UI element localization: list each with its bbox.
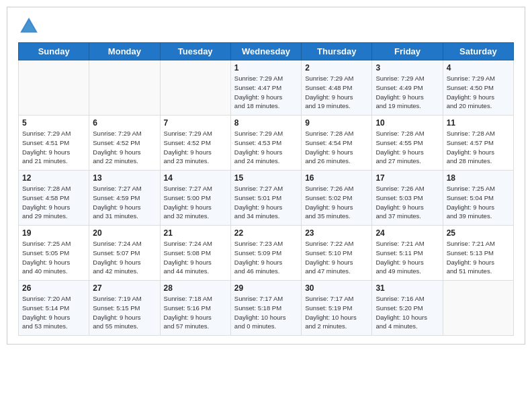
calendar-cell [160,60,230,116]
day-number: 9 [305,118,368,128]
day-info: Sunrise: 7:25 AM Sunset: 5:05 PM Dayligh… [22,239,85,276]
day-info: Sunrise: 7:17 AM Sunset: 5:19 PM Dayligh… [305,294,368,331]
day-number: 8 [234,118,298,128]
day-info: Sunrise: 7:29 AM Sunset: 4:53 PM Dayligh… [234,129,298,166]
day-info: Sunrise: 7:28 AM Sunset: 4:55 PM Dayligh… [375,129,439,166]
day-header-sunday: Sunday [19,43,89,60]
day-info: Sunrise: 7:20 AM Sunset: 5:14 PM Dayligh… [22,294,85,331]
day-info: Sunrise: 7:22 AM Sunset: 5:10 PM Dayligh… [305,239,368,276]
calendar-cell: 23Sunrise: 7:22 AM Sunset: 5:10 PM Dayli… [302,226,372,281]
days-header-row: SundayMondayTuesdayWednesdayThursdayFrid… [19,43,514,60]
calendar-cell: 21Sunrise: 7:24 AM Sunset: 5:08 PM Dayli… [160,226,230,281]
day-info: Sunrise: 7:21 AM Sunset: 5:13 PM Dayligh… [447,239,510,276]
calendar-cell: 27Sunrise: 7:19 AM Sunset: 5:15 PM Dayli… [89,281,160,336]
day-info: Sunrise: 7:26 AM Sunset: 5:02 PM Dayligh… [305,184,368,221]
day-number: 14 [164,173,227,183]
day-info: Sunrise: 7:17 AM Sunset: 5:18 PM Dayligh… [234,294,298,331]
calendar-page: SundayMondayTuesdayWednesdayThursdayFrid… [7,7,525,345]
calendar-cell: 16Sunrise: 7:26 AM Sunset: 5:02 PM Dayli… [302,171,372,226]
page-header [18,15,514,37]
day-info: Sunrise: 7:28 AM Sunset: 4:57 PM Dayligh… [447,129,510,166]
day-header-saturday: Saturday [443,43,513,60]
day-number: 28 [164,283,227,293]
calendar-cell: 28Sunrise: 7:18 AM Sunset: 5:16 PM Dayli… [160,281,230,336]
day-number: 27 [93,283,156,293]
calendar-cell: 12Sunrise: 7:28 AM Sunset: 4:58 PM Dayli… [19,171,89,226]
calendar-cell: 1Sunrise: 7:29 AM Sunset: 4:47 PM Daylig… [230,60,301,116]
day-info: Sunrise: 7:28 AM Sunset: 4:54 PM Dayligh… [305,129,368,166]
day-number: 15 [234,173,298,183]
calendar-cell: 17Sunrise: 7:26 AM Sunset: 5:03 PM Dayli… [372,171,443,226]
day-number: 7 [164,118,227,128]
day-info: Sunrise: 7:29 AM Sunset: 4:51 PM Dayligh… [22,129,85,166]
day-number: 31 [375,283,439,293]
calendar-cell: 15Sunrise: 7:27 AM Sunset: 5:01 PM Dayli… [230,171,301,226]
day-info: Sunrise: 7:24 AM Sunset: 5:08 PM Dayligh… [164,239,227,276]
day-info: Sunrise: 7:28 AM Sunset: 4:58 PM Dayligh… [22,184,85,221]
day-info: Sunrise: 7:18 AM Sunset: 5:16 PM Dayligh… [164,294,227,331]
day-header-monday: Monday [89,43,160,60]
calendar-cell: 8Sunrise: 7:29 AM Sunset: 4:53 PM Daylig… [230,116,301,171]
calendar-cell: 14Sunrise: 7:27 AM Sunset: 5:00 PM Dayli… [160,171,230,226]
day-info: Sunrise: 7:25 AM Sunset: 5:04 PM Dayligh… [447,184,510,221]
calendar-cell: 25Sunrise: 7:21 AM Sunset: 5:13 PM Dayli… [443,226,513,281]
calendar-cell: 31Sunrise: 7:16 AM Sunset: 5:20 PM Dayli… [372,281,443,336]
day-number: 11 [447,118,510,128]
day-number: 23 [305,228,368,238]
calendar-cell: 3Sunrise: 7:29 AM Sunset: 4:49 PM Daylig… [372,60,443,116]
day-number: 12 [22,173,85,183]
calendar-cell: 29Sunrise: 7:17 AM Sunset: 5:18 PM Dayli… [230,281,301,336]
calendar-cell: 5Sunrise: 7:29 AM Sunset: 4:51 PM Daylig… [19,116,89,171]
calendar-cell: 18Sunrise: 7:25 AM Sunset: 5:04 PM Dayli… [443,171,513,226]
calendar-cell: 2Sunrise: 7:29 AM Sunset: 4:48 PM Daylig… [302,60,372,116]
day-info: Sunrise: 7:29 AM Sunset: 4:52 PM Dayligh… [164,129,227,166]
calendar-cell: 19Sunrise: 7:25 AM Sunset: 5:05 PM Dayli… [19,226,89,281]
day-number: 5 [22,118,85,128]
day-number: 1 [234,63,298,73]
calendar-cell [19,60,89,116]
calendar-cell: 6Sunrise: 7:29 AM Sunset: 4:52 PM Daylig… [89,116,160,171]
day-number: 20 [93,228,156,238]
day-number: 18 [447,173,510,183]
day-info: Sunrise: 7:29 AM Sunset: 4:47 PM Dayligh… [234,74,298,111]
calendar-cell: 13Sunrise: 7:27 AM Sunset: 4:59 PM Dayli… [89,171,160,226]
day-number: 6 [93,118,156,128]
day-info: Sunrise: 7:29 AM Sunset: 4:48 PM Dayligh… [305,74,368,111]
day-header-tuesday: Tuesday [160,43,230,60]
day-info: Sunrise: 7:29 AM Sunset: 4:50 PM Dayligh… [447,74,510,111]
day-header-thursday: Thursday [302,43,372,60]
day-info: Sunrise: 7:27 AM Sunset: 5:00 PM Dayligh… [164,184,227,221]
day-number: 10 [375,118,439,128]
day-number: 30 [305,283,368,293]
day-info: Sunrise: 7:26 AM Sunset: 5:03 PM Dayligh… [375,184,439,221]
week-row-1: 1Sunrise: 7:29 AM Sunset: 4:47 PM Daylig… [19,60,514,116]
day-number: 22 [234,228,298,238]
day-number: 13 [93,173,156,183]
week-row-3: 12Sunrise: 7:28 AM Sunset: 4:58 PM Dayli… [19,171,514,226]
calendar-cell: 7Sunrise: 7:29 AM Sunset: 4:52 PM Daylig… [160,116,230,171]
day-info: Sunrise: 7:23 AM Sunset: 5:09 PM Dayligh… [234,239,298,276]
day-number: 29 [234,283,298,293]
calendar-cell: 30Sunrise: 7:17 AM Sunset: 5:19 PM Dayli… [302,281,372,336]
day-number: 3 [375,63,439,73]
day-info: Sunrise: 7:16 AM Sunset: 5:20 PM Dayligh… [375,294,439,331]
calendar-cell: 26Sunrise: 7:20 AM Sunset: 5:14 PM Dayli… [19,281,89,336]
week-row-2: 5Sunrise: 7:29 AM Sunset: 4:51 PM Daylig… [19,116,514,171]
day-info: Sunrise: 7:24 AM Sunset: 5:07 PM Dayligh… [93,239,156,276]
calendar-cell: 10Sunrise: 7:28 AM Sunset: 4:55 PM Dayli… [372,116,443,171]
day-info: Sunrise: 7:29 AM Sunset: 4:52 PM Dayligh… [93,129,156,166]
day-number: 19 [22,228,85,238]
day-number: 4 [447,63,510,73]
calendar-cell: 20Sunrise: 7:24 AM Sunset: 5:07 PM Dayli… [89,226,160,281]
day-number: 26 [22,283,85,293]
logo [18,15,42,37]
calendar-cell: 22Sunrise: 7:23 AM Sunset: 5:09 PM Dayli… [230,226,301,281]
logo-icon [18,15,40,37]
day-number: 25 [447,228,510,238]
day-header-wednesday: Wednesday [230,43,301,60]
day-info: Sunrise: 7:27 AM Sunset: 5:01 PM Dayligh… [234,184,298,221]
day-info: Sunrise: 7:19 AM Sunset: 5:15 PM Dayligh… [93,294,156,331]
day-header-friday: Friday [372,43,443,60]
day-number: 2 [305,63,368,73]
calendar-cell: 11Sunrise: 7:28 AM Sunset: 4:57 PM Dayli… [443,116,513,171]
